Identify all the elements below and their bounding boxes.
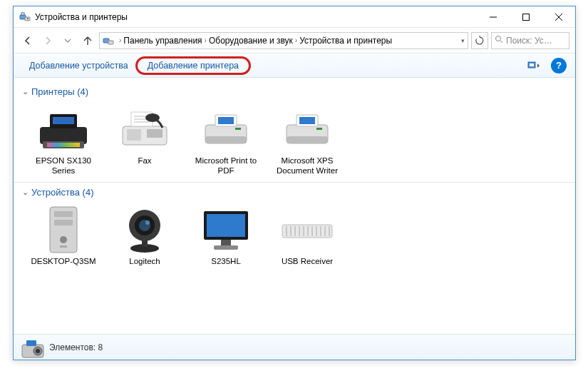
device-item[interactable]: Microsoft Print to PDF	[190, 104, 262, 176]
svg-rect-40	[60, 245, 67, 248]
devices-printers-icon	[103, 35, 114, 46]
svg-rect-49	[221, 240, 231, 245]
svg-point-46	[145, 220, 150, 225]
close-button[interactable]	[542, 6, 575, 28]
device-label: Microsoft Print to PDF	[190, 156, 262, 176]
chevron-right-icon[interactable]: ›	[119, 36, 121, 44]
svg-rect-9	[108, 41, 113, 44]
view-options-button[interactable]	[524, 58, 545, 73]
svg-rect-37	[54, 211, 73, 217]
window-title: Устройства и принтеры	[35, 12, 477, 22]
add-printer-button[interactable]: Добавление принтера	[135, 56, 251, 75]
pc-tower-icon	[35, 205, 92, 256]
group-items: EPSON SX130 Series	[22, 101, 567, 182]
group-header[interactable]: ⌄ Принтеры (4)	[22, 82, 567, 101]
svg-rect-18	[47, 143, 80, 147]
svg-point-66	[36, 349, 40, 353]
svg-rect-27	[205, 136, 247, 143]
svg-rect-20	[147, 129, 163, 138]
device-item[interactable]: DESKTOP-Q3SM	[28, 205, 99, 266]
titlebar: Устройства и принтеры	[14, 6, 575, 28]
monitor-icon	[197, 205, 254, 256]
svg-rect-35	[316, 128, 322, 130]
svg-rect-38	[54, 220, 73, 225]
content-area: ⌄ Принтеры (4) EPSON	[14, 78, 575, 335]
device-item[interactable]: S235HL	[190, 205, 262, 266]
svg-point-3	[27, 18, 29, 19]
chevron-down-icon: ⌄	[22, 87, 29, 96]
svg-rect-5	[523, 14, 530, 20]
device-label: DESKTOP-Q3SM	[31, 256, 96, 266]
toolbar: Добавление устройства Добавление принтер…	[14, 54, 575, 78]
svg-rect-51	[282, 225, 332, 238]
device-label: EPSON SX130 Series	[28, 156, 99, 176]
breadcrumb-item[interactable]: Оборудование и звук	[209, 36, 293, 46]
up-button[interactable]	[79, 32, 96, 49]
item-count-label: Элементов: 8	[49, 342, 103, 352]
group-title: Устройства (4)	[31, 187, 94, 198]
window: Устройства и принтеры ›	[13, 6, 576, 360]
svg-rect-32	[287, 136, 328, 143]
refresh-button[interactable]	[471, 32, 488, 49]
recent-locations-button[interactable]	[59, 32, 76, 49]
maximize-button[interactable]	[510, 6, 542, 28]
group-title: Принтеры (4)	[31, 86, 88, 97]
svg-rect-48	[207, 214, 245, 237]
address-bar: › Панель управления › Оборудование и зву…	[14, 28, 575, 54]
search-icon	[495, 35, 503, 46]
group-items: DESKTOP-Q3SM Logitech	[22, 202, 567, 272]
device-label: Logitech	[129, 256, 160, 266]
search-placeholder: Поиск: Ус…	[506, 36, 552, 46]
svg-rect-29	[218, 117, 234, 124]
laser-printer-icon	[279, 104, 336, 156]
svg-rect-50	[214, 245, 238, 250]
camera-icon	[19, 337, 42, 357]
laser-printer-icon	[197, 104, 254, 156]
devices-printers-icon	[19, 11, 31, 23]
back-button[interactable]	[19, 32, 36, 49]
status-bar: Элементов: 8	[14, 334, 575, 360]
breadcrumb-item[interactable]: Панель управления	[123, 36, 202, 46]
breadcrumb-dropdown-button[interactable]: ▾	[461, 37, 465, 44]
breadcrumb[interactable]: › Панель управления › Оборудование и зву…	[99, 32, 468, 49]
svg-rect-64	[26, 340, 36, 346]
breadcrumb-item[interactable]: Устройства и принтеры	[299, 36, 392, 46]
usb-receiver-icon	[279, 205, 336, 256]
device-item[interactable]: USB Receiver	[272, 205, 343, 266]
inkjet-printer-icon	[35, 104, 92, 156]
device-label: S235HL	[211, 256, 241, 266]
svg-point-10	[496, 36, 501, 41]
webcam-icon	[116, 205, 173, 256]
fax-icon	[116, 104, 173, 156]
group-printers: ⌄ Принтеры (4) EPSON	[14, 82, 575, 182]
device-item[interactable]: Logitech	[109, 205, 180, 266]
help-button[interactable]: ?	[551, 58, 567, 73]
chevron-right-icon[interactable]: ›	[295, 36, 297, 44]
chevron-down-icon: ⌄	[22, 188, 29, 197]
device-item[interactable]: Microsoft XPS Document Writer	[272, 104, 343, 176]
svg-rect-34	[299, 117, 315, 124]
device-item[interactable]: Fax	[109, 104, 180, 176]
svg-rect-30	[235, 128, 241, 130]
add-device-button[interactable]: Добавление устройства	[22, 58, 135, 73]
group-header[interactable]: ⌄ Устройства (4)	[22, 183, 567, 202]
device-item[interactable]: EPSON SX130 Series	[28, 104, 99, 176]
svg-rect-21	[127, 129, 141, 141]
minimize-button[interactable]	[477, 6, 510, 28]
svg-rect-16	[53, 117, 74, 124]
window-controls	[477, 6, 575, 28]
svg-rect-13	[530, 63, 534, 66]
chevron-right-icon[interactable]: ›	[205, 36, 207, 44]
search-input[interactable]: Поиск: Ус…	[491, 32, 569, 49]
group-devices: ⌄ Устройства (4) DESKTOP-Q3SM	[14, 183, 575, 272]
svg-line-11	[500, 41, 502, 43]
device-label: Microsoft XPS Document Writer	[272, 156, 343, 176]
device-label: Fax	[138, 156, 151, 166]
svg-point-39	[60, 236, 67, 243]
device-label: USB Receiver	[282, 256, 333, 266]
svg-rect-1	[21, 13, 24, 15]
forward-button[interactable]	[39, 32, 56, 49]
